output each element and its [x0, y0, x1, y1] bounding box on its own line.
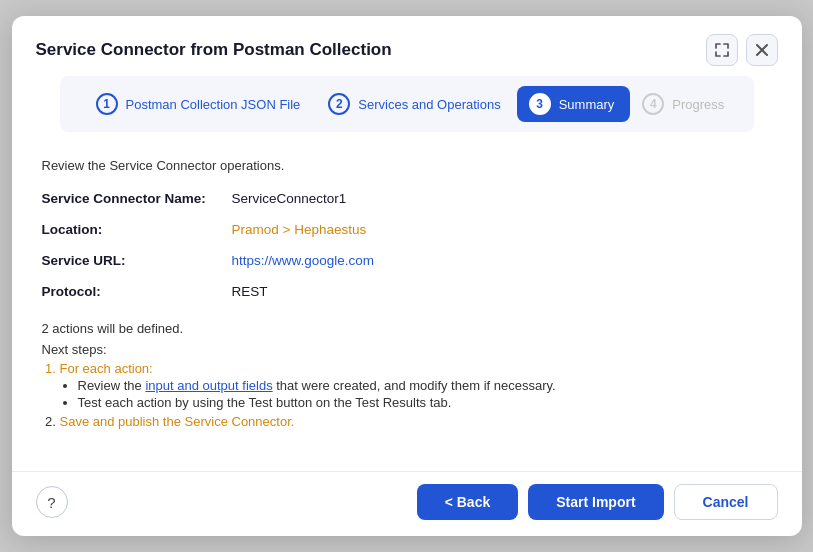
sub-item-1: Review the input and output fields that … [78, 378, 772, 393]
field-value-location: Pramod > Hephaestus [232, 222, 367, 237]
review-text: Review the Service Connector operations. [42, 158, 772, 173]
close-icon [755, 43, 769, 57]
field-label-protocol: Protocol: [42, 284, 232, 299]
sub-item-2: Test each action by using the Test butto… [78, 395, 772, 410]
step-3-label: Summary [559, 97, 615, 112]
next-step-2: Save and publish the Service Connector. [60, 414, 772, 429]
footer-left: ? [36, 486, 68, 518]
step-4: 4 Progress [630, 86, 740, 122]
step-1-circle: 1 [96, 93, 118, 115]
modal-title: Service Connector from Postman Collectio… [36, 40, 392, 60]
next-step-1-text: For each action: [60, 361, 153, 376]
field-row-location: Location: Pramod > Hephaestus [42, 222, 772, 237]
modal-body: Review the Service Connector operations.… [12, 140, 802, 471]
next-steps-list: For each action: Review the input and ou… [42, 361, 772, 433]
expand-icon [714, 42, 730, 58]
step-2[interactable]: 2 Services and Operations [316, 86, 516, 122]
stepper: 1 Postman Collection JSON File 2 Service… [60, 76, 754, 132]
step-1[interactable]: 1 Postman Collection JSON File [84, 86, 317, 122]
field-row-protocol: Protocol: REST [42, 284, 772, 299]
field-value-url: https://www.google.com [232, 253, 375, 268]
modal-header: Service Connector from Postman Collectio… [12, 16, 802, 76]
expand-button[interactable] [706, 34, 738, 66]
sub-list-1: Review the input and output fields that … [60, 378, 772, 410]
next-steps-label: Next steps: [42, 342, 772, 357]
field-row-url: Service URL: https://www.google.com [42, 253, 772, 268]
modal: Service Connector from Postman Collectio… [12, 16, 802, 536]
step-2-circle: 2 [328, 93, 350, 115]
field-label-location: Location: [42, 222, 232, 237]
next-step-1: For each action: Review the input and ou… [60, 361, 772, 410]
field-value-name: ServiceConnector1 [232, 191, 347, 206]
actions-info: 2 actions will be defined. [42, 321, 772, 336]
start-import-label: Start Import [556, 494, 635, 510]
step-4-label: Progress [672, 97, 724, 112]
field-value-protocol: REST [232, 284, 268, 299]
field-label-name: Service Connector Name: [42, 191, 232, 206]
close-button[interactable] [746, 34, 778, 66]
step-3-circle: 3 [529, 93, 551, 115]
next-step-2-text: Save and publish the Service Connector. [60, 414, 295, 429]
input-output-link[interactable]: input and output fields [145, 378, 272, 393]
modal-overlay: Service Connector from Postman Collectio… [0, 0, 813, 552]
modal-footer: ? < Back Start Import Cancel [12, 471, 802, 536]
step-3[interactable]: 3 Summary [517, 86, 631, 122]
help-icon: ? [47, 494, 55, 511]
header-actions [706, 34, 778, 66]
footer-right: < Back Start Import Cancel [417, 484, 778, 520]
back-button[interactable]: < Back [417, 484, 519, 520]
cancel-label: Cancel [703, 494, 749, 510]
step-2-label: Services and Operations [358, 97, 500, 112]
step-1-label: Postman Collection JSON File [126, 97, 301, 112]
start-import-button[interactable]: Start Import [528, 484, 663, 520]
help-button[interactable]: ? [36, 486, 68, 518]
field-label-url: Service URL: [42, 253, 232, 268]
field-row-name: Service Connector Name: ServiceConnector… [42, 191, 772, 206]
step-4-circle: 4 [642, 93, 664, 115]
cancel-button[interactable]: Cancel [674, 484, 778, 520]
back-label: < Back [445, 494, 491, 510]
